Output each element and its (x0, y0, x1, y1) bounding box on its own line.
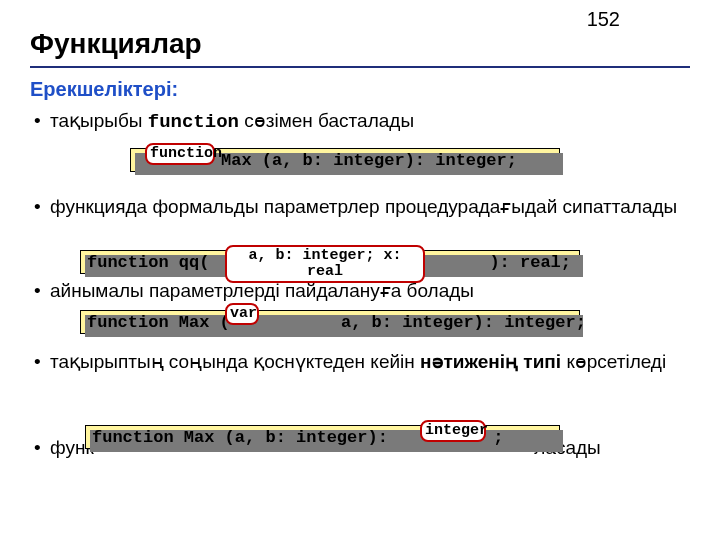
code-text: function Max ( (87, 313, 230, 332)
callout-params: a, b: integer; x: real (225, 245, 425, 283)
keyword-inline: function (148, 111, 239, 133)
bullet-text: тақырыптың соңында қоснүктеден кейін (50, 351, 420, 372)
list-item: тақырыбы function сөзімен басталады (50, 109, 690, 135)
code-text: ): real; (489, 253, 571, 272)
list-item: тақырыптың соңында қоснүктеден кейін нәт… (50, 350, 690, 374)
bullet-text: функцияда формальды параметрлер процедур… (50, 196, 677, 217)
bullet-text: тақырыбы (50, 110, 148, 131)
title-rule (30, 66, 690, 68)
callout-var: var (225, 303, 259, 325)
code-box: function Max (a, b: integer): ; (85, 425, 560, 449)
code-text: ; (493, 428, 503, 447)
bullet-text: сөзімен басталады (239, 110, 414, 131)
subtitle: Ерекшеліктері: (0, 78, 720, 109)
callout-keyword: function (145, 143, 215, 165)
list-item: функцияда формальды параметрлер процедур… (50, 195, 690, 219)
code-text: function qq( (87, 253, 209, 272)
bullet-text: айнымалы параметрлерді пайдалануға болад… (50, 280, 474, 301)
code-text: a, b: integer): integer; (341, 313, 586, 332)
code-box: function Max ( a, b: integer): integer; (80, 310, 580, 334)
bullet-bold: нәтиженің типі (420, 351, 561, 372)
bullet-text: көрсетіледі (561, 351, 666, 372)
page-number: 152 (587, 8, 620, 31)
callout-type: integer (420, 420, 486, 442)
code-text: function Max (a, b: integer): (92, 428, 388, 447)
code-text: Max (a, b: integer): integer; (221, 151, 517, 170)
